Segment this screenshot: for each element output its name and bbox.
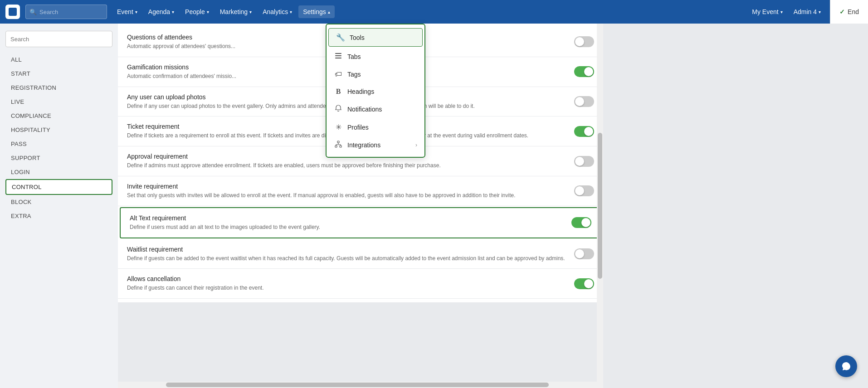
horizontal-scrollbar[interactable]	[118, 382, 597, 388]
sidebar-item-extra[interactable]: EXTRA	[5, 209, 112, 223]
dropdown-item-integrations[interactable]: Integrations ›	[327, 136, 424, 154]
sidebar-item-pass[interactable]: PASS	[5, 137, 112, 151]
notification-icon	[334, 105, 343, 114]
sidebar-item-all[interactable]: ALL	[5, 53, 112, 67]
toggle-invite[interactable]	[574, 185, 594, 196]
svg-rect-4	[335, 146, 337, 147]
sidebar-item-start[interactable]: START	[5, 67, 112, 81]
chevron-down-icon: ▾	[290, 10, 292, 15]
nav-item-marketing[interactable]: Marketing ▾	[215, 5, 256, 18]
sidebar-item-compliance[interactable]: COMPLIANCE	[5, 109, 112, 123]
my-event-button[interactable]: My Event ▾	[748, 5, 786, 18]
sidebar: ALL START REGISTRATION LIVE COMPLIANCE H…	[0, 24, 118, 388]
settings-item-invite: Invite requirement Set that only guests …	[118, 176, 603, 206]
tools-icon: 🔧	[336, 33, 345, 42]
sidebar-item-hospitality[interactable]: HOSPITALITY	[5, 123, 112, 137]
nav-item-analytics[interactable]: Analytics ▾	[258, 5, 297, 18]
dropdown-item-tags[interactable]: 🏷 Tags	[327, 66, 424, 83]
settings-title-invite: Invite requirement	[127, 183, 565, 190]
chat-button[interactable]	[835, 355, 857, 377]
dropdown-item-headings[interactable]: B Headings	[327, 83, 424, 100]
sidebar-item-control[interactable]: CONTROL	[5, 179, 112, 195]
sidebar-item-login[interactable]: LOGIN	[5, 165, 112, 179]
sidebar-item-support[interactable]: SUPPORT	[5, 151, 112, 165]
nav-item-people[interactable]: People ▾	[180, 5, 214, 18]
dropdown-item-profiles[interactable]: ✳ Profiles	[327, 118, 424, 136]
admin-menu-button[interactable]: Admin 4 ▾	[790, 5, 824, 18]
svg-rect-1	[335, 55, 341, 56]
tag-icon: 🏷	[334, 70, 343, 78]
settings-desc-approval: Define if admins must approve attendee e…	[127, 162, 565, 170]
settings-dropdown-menu: 🔧 Tools Tabs 🏷 Tags B Headings Notificat…	[326, 24, 425, 158]
settings-desc-alt-text: Define if users must add an alt text to …	[130, 223, 562, 231]
app-logo[interactable]	[5, 5, 20, 19]
chevron-down-icon: ▴	[328, 10, 330, 15]
nav-item-event[interactable]: Event ▾	[112, 5, 142, 18]
main-layout: ALL START REGISTRATION LIVE COMPLIANCE H…	[0, 24, 868, 388]
svg-rect-2	[335, 58, 341, 58]
settings-title-cancellation: Allows cancellation	[127, 275, 565, 282]
dropdown-item-tools[interactable]: 🔧 Tools	[328, 28, 423, 47]
chevron-right-icon: ›	[415, 142, 417, 148]
settings-desc-cancellation: Define if guests can cancel their regist…	[127, 284, 565, 292]
toggle-approval[interactable]	[574, 156, 594, 167]
nav-search-input[interactable]	[39, 9, 103, 15]
svg-rect-3	[337, 141, 339, 143]
nav-search-box[interactable]: 🔍	[25, 5, 107, 19]
toggle-cancellation[interactable]	[574, 278, 594, 289]
chevron-down-icon: ▾	[780, 10, 783, 15]
toggle-alt-text[interactable]	[571, 217, 591, 228]
settings-title-waitlist: Waitlist requirement	[127, 246, 565, 253]
nav-right-section: My Event ▾ Admin 4 ▾ 📣 🔔 ✓ End	[748, 4, 863, 19]
integrations-icon	[334, 141, 343, 150]
nav-item-settings[interactable]: Settings ▴	[298, 5, 335, 18]
settings-item-alt-text: Alt Text requirement Define if users mus…	[120, 207, 601, 238]
h-scroll-thumb[interactable]	[166, 383, 549, 387]
settings-desc-invite: Set that only guests with invites will b…	[127, 192, 565, 199]
chevron-down-icon: ▾	[207, 10, 209, 15]
toggle-ticket[interactable]	[574, 126, 594, 137]
check-icon: ✓	[839, 8, 845, 15]
end-button[interactable]: ✓ End	[830, 0, 868, 24]
headings-icon: B	[334, 87, 343, 96]
toggle-photos[interactable]	[574, 96, 594, 107]
profiles-icon: ✳	[334, 123, 343, 131]
svg-rect-0	[335, 53, 341, 54]
scroll-thumb[interactable]	[598, 133, 602, 279]
top-navigation: 🔍 Event ▾ Agenda ▾ People ▾ Marketing ▾ …	[0, 0, 868, 24]
dropdown-item-notifications[interactable]: Notifications	[327, 100, 424, 118]
toggle-questions[interactable]	[574, 36, 594, 47]
toggle-gamification[interactable]	[574, 66, 594, 77]
settings-desc-waitlist: Define if guests can be added to the eve…	[127, 255, 565, 262]
nav-item-agenda[interactable]: Agenda ▾	[144, 5, 179, 18]
chevron-down-icon: ▾	[135, 10, 137, 15]
search-icon: 🔍	[29, 9, 37, 15]
settings-item-cancellation: Allows cancellation Define if guests can…	[118, 269, 603, 299]
vertical-scrollbar[interactable]	[597, 24, 603, 388]
chevron-down-icon: ▾	[819, 10, 821, 15]
dropdown-item-tabs[interactable]: Tabs	[327, 48, 424, 66]
sidebar-search-input[interactable]	[5, 31, 112, 47]
sidebar-item-registration[interactable]: REGISTRATION	[5, 81, 112, 95]
settings-title-alt-text: Alt Text requirement	[130, 214, 562, 222]
chevron-down-icon: ▾	[249, 10, 252, 15]
settings-item-waitlist: Waitlist requirement Define if guests ca…	[118, 239, 603, 269]
chevron-down-icon: ▾	[172, 10, 174, 15]
toggle-waitlist[interactable]	[574, 248, 594, 259]
tabs-icon	[334, 52, 343, 61]
svg-rect-5	[340, 146, 341, 147]
sidebar-item-block[interactable]: BLOCK	[5, 195, 112, 209]
sidebar-item-live[interactable]: LIVE	[5, 95, 112, 109]
